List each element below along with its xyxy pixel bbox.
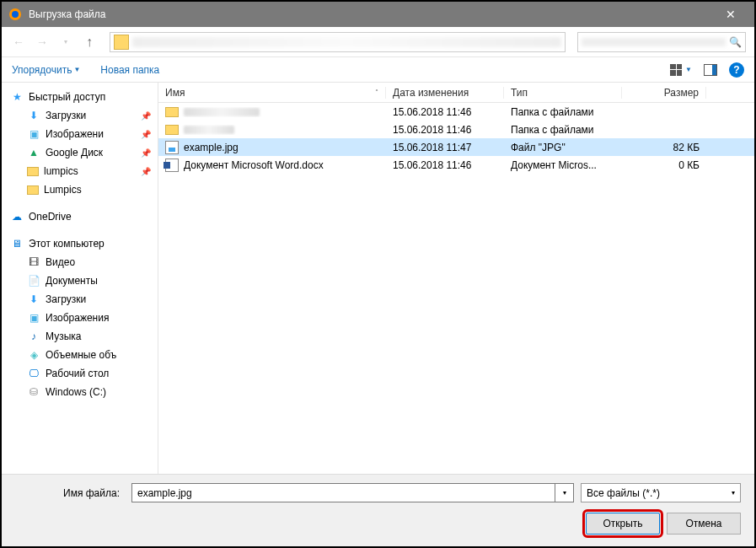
music-icon: ♪ <box>27 330 40 343</box>
column-headers: Имя˄ Дата изменения Тип Размер <box>158 83 754 103</box>
word-icon <box>165 158 179 172</box>
sidebar-item-3dobjects[interactable]: ◈Объемные объ <box>2 346 158 364</box>
file-name <box>184 108 260 116</box>
file-type: Файл "JPG" <box>504 142 622 153</box>
folder-icon <box>27 185 39 195</box>
column-name[interactable]: Имя˄ <box>158 87 386 99</box>
titlebar: Выгрузка файла ✕ <box>2 2 754 27</box>
column-size[interactable]: Размер <box>622 87 706 99</box>
image-icon <box>165 141 179 154</box>
file-type-filter[interactable]: Все файлы (*.*)▾ <box>581 483 741 502</box>
sidebar-item-documents[interactable]: 📄Документы <box>2 271 158 290</box>
new-folder-button[interactable]: Новая папка <box>100 64 159 76</box>
sidebar-item-downloads2[interactable]: ⬇Загрузки <box>2 290 158 309</box>
grid-icon <box>670 64 682 76</box>
file-name: Документ Microsoft Word.docx <box>184 159 324 171</box>
view-mode-button[interactable]: ▼ <box>670 64 692 76</box>
folder-icon <box>165 125 179 135</box>
star-icon: ★ <box>10 90 24 104</box>
video-icon: 🎞 <box>27 255 40 269</box>
cube-icon: ◈ <box>27 348 40 362</box>
file-type: Папка с файлами <box>504 124 622 136</box>
preview-pane-button[interactable] <box>704 64 717 76</box>
sidebar-item-pictures[interactable]: ▣Изображени📌 <box>2 125 158 143</box>
filename-dropdown[interactable]: ▾ <box>555 483 574 502</box>
pictures-icon: ▣ <box>27 127 40 141</box>
sidebar-item-music[interactable]: ♪Музыка <box>2 327 158 346</box>
organize-button[interactable]: Упорядочить ▼ <box>12 64 80 76</box>
svg-point-1 <box>12 11 19 18</box>
column-type[interactable]: Тип <box>504 87 622 99</box>
sidebar-item-cdrive[interactable]: ⛁Windows (C:) <box>2 383 158 401</box>
folder-icon <box>114 35 129 50</box>
column-date[interactable]: Дата изменения <box>386 87 504 99</box>
sidebar-onedrive[interactable]: ☁OneDrive <box>2 207 158 226</box>
sidebar-item-lumpics[interactable]: lumpics📌 <box>2 162 158 180</box>
file-row[interactable]: 15.06.2018 11:46 Папка с файлами <box>158 103 754 121</box>
search-placeholder <box>582 38 726 46</box>
bottom-bar: Имя файла: ▾ Все файлы (*.*)▾ Открыть От… <box>2 474 754 546</box>
pin-icon: 📌 <box>141 167 151 176</box>
address-path <box>132 37 561 47</box>
sidebar-item-desktop[interactable]: 🖵Рабочий стол <box>2 364 158 383</box>
window-title: Выгрузка файла <box>29 8 106 20</box>
filename-input[interactable] <box>131 483 555 502</box>
close-button[interactable]: ✕ <box>714 8 748 21</box>
disk-icon: ⛁ <box>27 385 40 399</box>
sort-arrow-icon: ˄ <box>375 89 378 96</box>
file-size: 0 КБ <box>622 159 706 171</box>
toolbar: Упорядочить ▼ Новая папка ▼ ? <box>2 57 754 83</box>
file-date: 15.06.2018 11:46 <box>386 124 504 136</box>
navbar: ← → ▾ ↑ 🔍 <box>2 27 754 57</box>
search-box[interactable]: 🔍 <box>577 32 746 52</box>
search-icon: 🔍 <box>729 36 742 48</box>
help-button[interactable]: ? <box>729 62 744 78</box>
sidebar-item-downloads[interactable]: ⬇Загрузки📌 <box>2 106 158 125</box>
nav-back-button[interactable]: ← <box>10 35 27 49</box>
pictures-icon: ▣ <box>27 311 40 325</box>
gdrive-icon: ▲ <box>27 146 40 159</box>
sidebar-this-pc[interactable]: 🖥Этот компьютер <box>2 234 158 253</box>
folder-icon <box>27 167 39 176</box>
file-date: 15.06.2018 11:46 <box>386 159 504 171</box>
sidebar-item-pictures2[interactable]: ▣Изображения <box>2 309 158 327</box>
pin-icon: 📌 <box>141 148 151 158</box>
file-name <box>184 126 234 134</box>
file-type: Папка с файлами <box>504 106 622 118</box>
nav-up-button[interactable]: ↑ <box>81 35 98 50</box>
chevron-down-icon: ▾ <box>732 489 735 497</box>
folder-icon <box>165 107 179 117</box>
file-row[interactable]: 15.06.2018 11:46 Папка с файлами <box>158 121 754 138</box>
nav-recent-dropdown[interactable]: ▾ <box>57 38 74 46</box>
pin-icon: 📌 <box>141 111 151 121</box>
sidebar-item-lumpics2[interactable]: Lumpics <box>2 180 158 199</box>
sidebar-item-gdrive[interactable]: ▲Google Диск📌 <box>2 143 158 162</box>
cancel-button[interactable]: Отмена <box>667 513 741 535</box>
desktop-icon: 🖵 <box>27 367 40 380</box>
address-bar[interactable] <box>110 32 566 52</box>
filename-label: Имя файла: <box>15 487 125 499</box>
documents-icon: 📄 <box>27 274 40 287</box>
chevron-down-icon: ▼ <box>685 66 692 73</box>
firefox-icon <box>8 8 22 21</box>
file-type: Документ Micros... <box>504 159 622 171</box>
sidebar: ★Быстрый доступ ⬇Загрузки📌 ▣Изображени📌 … <box>2 83 158 474</box>
file-row[interactable]: Документ Microsoft Word.docx 15.06.2018 … <box>158 156 754 174</box>
chevron-down-icon: ▼ <box>73 66 80 73</box>
file-row-selected[interactable]: example.jpg 15.06.2018 11:47 Файл "JPG" … <box>158 138 754 156</box>
nav-forward-button[interactable]: → <box>34 35 51 49</box>
open-button[interactable]: Открыть <box>586 513 660 535</box>
file-size: 82 КБ <box>622 142 706 153</box>
pin-icon: 📌 <box>141 130 151 139</box>
download-icon: ⬇ <box>27 109 40 122</box>
download-icon: ⬇ <box>27 293 40 306</box>
file-list: 15.06.2018 11:46 Папка с файлами 15.06.2… <box>158 103 754 474</box>
sidebar-item-video[interactable]: 🎞Видео <box>2 253 158 271</box>
file-date: 15.06.2018 11:47 <box>386 142 504 153</box>
sidebar-quick-access[interactable]: ★Быстрый доступ <box>2 88 158 106</box>
file-name: example.jpg <box>184 142 239 153</box>
pc-icon: 🖥 <box>10 237 24 250</box>
file-date: 15.06.2018 11:46 <box>386 106 504 118</box>
onedrive-icon: ☁ <box>10 210 24 223</box>
file-area: Имя˄ Дата изменения Тип Размер 15.06.201… <box>158 83 754 474</box>
